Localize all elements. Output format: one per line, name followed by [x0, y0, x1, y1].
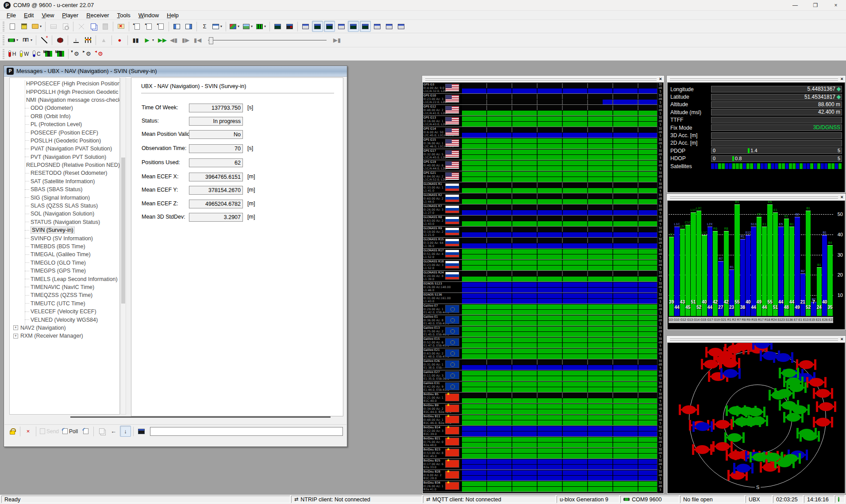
- signal-row-glonass-r18[interactable]: GLONASS R18El:23.00 Az: 3L1:52.0: [423, 260, 663, 271]
- menu-edit[interactable]: Edit: [20, 11, 38, 19]
- tree-item-posecef[interactable]: POSECEF (Position ECEF): [10, 128, 119, 136]
- signal-chart-panel-header[interactable]: ×: [422, 76, 664, 82]
- signal-row-gps-g14[interactable]: GPS G14El:6.00 Az: 50L2C:45.0, L1C/A:39.…: [423, 127, 663, 138]
- signal-level-panel-header[interactable]: ×: [667, 194, 846, 200]
- tree-item-svinfo[interactable]: SVINFO (SV Information): [10, 234, 119, 242]
- form-field-observation-time[interactable]: 70: [189, 144, 243, 153]
- form-field-positions-used[interactable]: 62: [189, 158, 243, 167]
- signal-level-close-button[interactable]: ×: [840, 195, 844, 200]
- jump-to-start[interactable]: ▮◀: [192, 35, 203, 46]
- dock-signal-chart[interactable]: [312, 21, 323, 32]
- signal-row-egnos-s136[interactable]: EGNOS S136El:31.00 Az:161.00L1:43.0: [423, 293, 663, 304]
- signal-row-beidou-b23[interactable]: BeiDou B23El:53.00 Az: 8B1C:45.0: [423, 448, 663, 459]
- dock-messages[interactable]: [300, 21, 311, 32]
- split-left[interactable]: [171, 21, 182, 32]
- tree-item-slas[interactable]: SLAS (QZSS SLAS Status): [10, 202, 119, 210]
- scrollbar-thumb[interactable]: [121, 158, 125, 304]
- menu-receiver[interactable]: Receiver: [82, 11, 113, 19]
- expand-icon[interactable]: +: [13, 334, 18, 339]
- signal-row-galileo-e27[interactable]: Galileo E27El:11.00 Az: 3E1:35.0, E5b:36…: [423, 370, 663, 381]
- eject[interactable]: ▲: [98, 35, 109, 46]
- form-field-mean-ecef-z[interactable]: 4965204.6782: [189, 200, 243, 208]
- save-config[interactable]: ⚙: [71, 48, 82, 59]
- debug-messages[interactable]: [54, 35, 65, 46]
- signal-row-beidou-b28[interactable]: BeiDou B28El:9.00 Az: 2B1C:28.0: [423, 470, 663, 481]
- tree-item-svin[interactable]: SVIN (Survey-in): [10, 226, 119, 234]
- load-config[interactable]: ⚙: [83, 48, 94, 59]
- dock-grip[interactable]: [425, 78, 657, 81]
- signal-row-gps-g15[interactable]: GPS G15El:36.00 Az: 1L2C:46.0, L1C/A:45.…: [423, 138, 663, 149]
- form-field-mean-ecef-x[interactable]: 3964765.6151: [189, 173, 243, 181]
- data-panel-header[interactable]: ×: [667, 76, 846, 82]
- tree-item-pl[interactable]: PL (Protection Level): [10, 120, 119, 128]
- fast-forward[interactable]: ▶▶: [156, 35, 167, 46]
- signal-row-glonass-r1[interactable]: GLONASS R1El:33.00 Az: 1L1:41.0: [423, 182, 663, 193]
- dock-grip[interactable]: [670, 196, 838, 199]
- signal-row-galileo-e7[interactable]: Galileo E7El:29.00 Az: 1E1:42.0, E5b:44.…: [423, 304, 663, 315]
- generate-at[interactable]: [155, 21, 166, 32]
- signal-row-gps-g17[interactable]: GPS G17El:32.00 Az: 5L1C/A:45.0, L2C:---: [423, 149, 663, 160]
- save-file[interactable]: [19, 21, 30, 32]
- tree-item-sig[interactable]: SIG (Signal Information): [10, 193, 119, 201]
- menu-help[interactable]: Help: [163, 11, 183, 19]
- preferences[interactable]: [82, 35, 93, 46]
- tree-item-hpposecef[interactable]: HPPOSECEF (High Precision Position EC: [10, 80, 119, 88]
- message-input[interactable]: [150, 427, 343, 436]
- tree-item-hpposllh[interactable]: HPPOSLLH (High Precision Geodetic Po:: [10, 88, 119, 96]
- tree-item-velned[interactable]: VELNED (Velocity WGS84): [10, 315, 119, 323]
- tree-item-nmi[interactable]: NMI (Navigation message cross-check ir: [10, 96, 119, 104]
- tree-item-status[interactable]: STATUS (Navigation Status): [10, 218, 119, 226]
- step-forward[interactable]: ▮▶: [180, 35, 191, 46]
- expand-icon[interactable]: +: [13, 325, 18, 330]
- send-message[interactable]: Send: [38, 426, 60, 437]
- signal-chart-close-button[interactable]: ×: [658, 77, 663, 81]
- minimize-button[interactable]: —: [785, 0, 805, 10]
- menu-player[interactable]: Player: [58, 11, 82, 19]
- close-button[interactable]: ×: [826, 0, 846, 10]
- tree-item-timegal[interactable]: TIMEGAL (Galileo Time): [10, 250, 119, 258]
- signal-row-glonass-r17[interactable]: GLONASS R17El:51.00 Az: 4L1:52.0: [423, 249, 663, 260]
- tree-item-sat[interactable]: SAT (Satellite Information): [10, 177, 119, 185]
- dock-grip[interactable]: [670, 338, 838, 341]
- step-back[interactable]: ◀▮: [168, 35, 179, 46]
- signal-row-galileo-e1[interactable]: Galileo E1El:36.00 Az: 8E1:40.0, E5b:41.…: [423, 315, 663, 326]
- dock-chart-view[interactable]: [384, 21, 395, 32]
- tree-item-relposned[interactable]: RELPOSNED (Relative Position NED): [10, 161, 119, 169]
- signal-row-glonass-r24[interactable]: GLONASS R24El:20.00 Az: 8L1:39.0: [423, 271, 663, 282]
- map-view[interactable]: ▾: [242, 21, 254, 32]
- tree-item-pvt[interactable]: PVT (Navigation PVT Solution): [10, 153, 119, 161]
- tree-item-timebds[interactable]: TIMEBDS (BDS Time): [10, 242, 119, 250]
- histogram-view[interactable]: ▾: [255, 21, 267, 32]
- tree-item-timeqzss[interactable]: TIMEQZSS (QZSS Time): [10, 291, 119, 299]
- split-right[interactable]: [183, 21, 194, 32]
- tree-item-timegps[interactable]: TIMEGPS (GPS Time): [10, 267, 119, 275]
- disable-messages[interactable]: [55, 48, 66, 59]
- warm-start[interactable]: W: [19, 48, 30, 59]
- form-field-mean-3d-stddev[interactable]: 3.2907: [189, 213, 243, 222]
- signal-row-gps-g13[interactable]: GPS G13El:16.00 Az: 1L1C/A:43.0, L2C:---: [423, 116, 663, 127]
- baudrate[interactable]: ΠΠ▾: [20, 35, 34, 46]
- console-view[interactable]: [272, 21, 283, 32]
- tree-item-timels[interactable]: TIMELS (Leap Second Information): [10, 275, 119, 283]
- signal-row-glonass-r8[interactable]: GLONASS R8El:63.00 Az: 2L1:43.0: [423, 215, 663, 227]
- statistics[interactable]: Σ: [199, 21, 210, 32]
- dock-deviation-map[interactable]: [372, 21, 383, 32]
- signal-row-galileo-e31[interactable]: Galileo E31El:42.00 Az: 9E1:44.0, E5b:43…: [423, 381, 663, 392]
- signal-row-galileo-e26[interactable]: Galileo E26El:31.00 Az: 1E1:38.0, E5b:--…: [423, 359, 663, 370]
- pause[interactable]: ▮▮: [130, 35, 141, 46]
- signal-row-egnos-s123[interactable]: EGNOS S123El:26.00 Az:148.00L1:46.0: [423, 282, 663, 293]
- signal-row-glonass-r15[interactable]: GLONASS R15El:3.00 Az: 64L1:36.0: [423, 238, 663, 249]
- form-field-time-of-week[interactable]: 137793.750: [189, 104, 243, 112]
- cold-start[interactable]: C: [31, 48, 42, 59]
- signal-row-gps-g12[interactable]: GPS G12El:48.00 Az: 2L1C/A:41.0, L2C:---: [423, 105, 663, 116]
- tree-item-posllh[interactable]: POSLLH (Geodetic Position): [10, 137, 119, 145]
- lock-message[interactable]: [7, 426, 18, 437]
- tree-item-sol[interactable]: SOL (Navigation Solution): [10, 210, 119, 218]
- signal-row-beidou-b9[interactable]: BeiDou B9El:34.00 Az: 2B1C:44.0, B2a:42.…: [423, 404, 663, 415]
- print[interactable]: [48, 21, 59, 32]
- dock-data-view[interactable]: [324, 21, 335, 32]
- signal-row-glonass-r7[interactable]: GLONASS R7El:26.00 Az: 3L1:27.0: [423, 204, 663, 215]
- tree-item-velecef[interactable]: VELECEF (Velocity ECEF): [10, 308, 119, 315]
- dump-left[interactable]: ←: [108, 426, 119, 437]
- tree-item-nav2[interactable]: +NAV2 (Navigation): [10, 324, 119, 332]
